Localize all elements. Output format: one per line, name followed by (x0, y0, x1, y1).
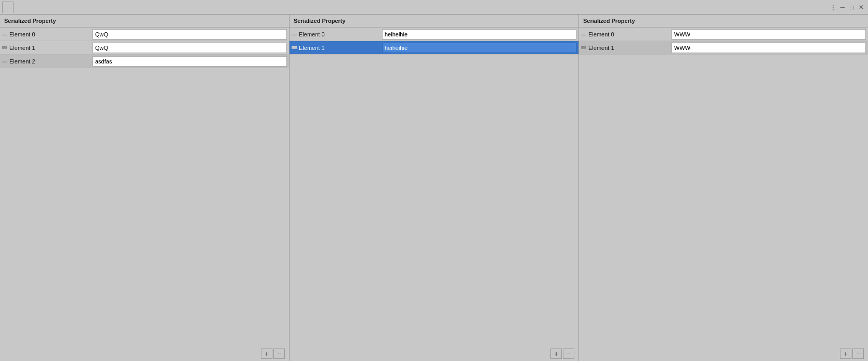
panel-3-buttons: +− (579, 346, 868, 361)
my-tool-tab[interactable] (2, 2, 14, 13)
panel-1-row-2[interactable]: Element 2 (0, 55, 289, 68)
element-input-2-0[interactable] (672, 29, 866, 40)
maximize-button[interactable]: □ (848, 4, 856, 11)
drag-handle-icon (2, 60, 7, 62)
main-content: Serialized PropertyElement 0Element 1Ele… (0, 15, 868, 361)
panel-2-row-1[interactable]: Element 1 (290, 41, 578, 55)
drag-handle-icon (292, 33, 297, 35)
drag-handle-icon (581, 46, 586, 49)
panel-spacer (290, 55, 578, 346)
element-input-0-1[interactable] (93, 43, 287, 53)
add-button-panel-3[interactable]: + (840, 349, 851, 359)
element-label-2-0: Element 0 (588, 31, 672, 37)
element-label-0-1: Element 1 (9, 45, 93, 51)
element-label-2-1: Element 1 (588, 45, 672, 51)
remove-button-panel-2[interactable]: − (563, 349, 574, 359)
drag-handle-icon (2, 46, 7, 49)
menu-icon[interactable]: ⋮ (830, 4, 837, 11)
element-label-0-0: Element 0 (9, 31, 93, 37)
add-button-panel-2[interactable]: + (550, 349, 562, 359)
add-button-panel-1[interactable]: + (261, 349, 272, 359)
panel-spacer (0, 68, 289, 346)
close-button[interactable]: ✕ (858, 4, 865, 11)
panel-3-row-0[interactable]: Element 0 (579, 28, 868, 41)
panel-3-header: Serialized Property (579, 15, 868, 28)
panel-1-row-0[interactable]: Element 0 (0, 28, 289, 41)
panel-2: Serialized PropertyElement 0Element 1+− (290, 15, 579, 361)
element-input-0-0[interactable] (93, 29, 287, 40)
panel-1-buttons: +− (0, 346, 289, 361)
panel-2-row-0[interactable]: Element 0 (290, 28, 578, 41)
panel-3-row-1[interactable]: Element 1 (579, 41, 868, 55)
element-input-1-0[interactable] (382, 29, 576, 40)
panel-2-header: Serialized Property (290, 15, 578, 28)
minimize-button[interactable]: ─ (839, 4, 846, 11)
panel-spacer (579, 55, 868, 346)
element-label-1-0: Element 0 (299, 31, 382, 37)
panel-1-header: Serialized Property (0, 15, 289, 28)
element-input-0-2[interactable] (93, 56, 287, 67)
remove-button-panel-1[interactable]: − (273, 349, 285, 359)
drag-handle-icon (581, 33, 586, 35)
panel-1: Serialized PropertyElement 0Element 1Ele… (0, 15, 290, 361)
panel-1-row-1[interactable]: Element 1 (0, 41, 289, 55)
element-input-1-1[interactable] (382, 43, 576, 53)
panel-2-buttons: +− (290, 346, 578, 361)
element-label-0-2: Element 2 (9, 58, 93, 65)
element-input-2-1[interactable] (672, 43, 866, 53)
drag-handle-icon (2, 33, 7, 35)
element-label-1-1: Element 1 (299, 45, 382, 51)
title-bar-controls: ⋮ ─ □ ✕ (830, 4, 865, 11)
remove-button-panel-3[interactable]: − (852, 349, 864, 359)
drag-handle-icon (292, 46, 297, 49)
panel-3: Serialized PropertyElement 0Element 1+− (579, 15, 868, 361)
title-bar: ⋮ ─ □ ✕ (0, 0, 868, 15)
